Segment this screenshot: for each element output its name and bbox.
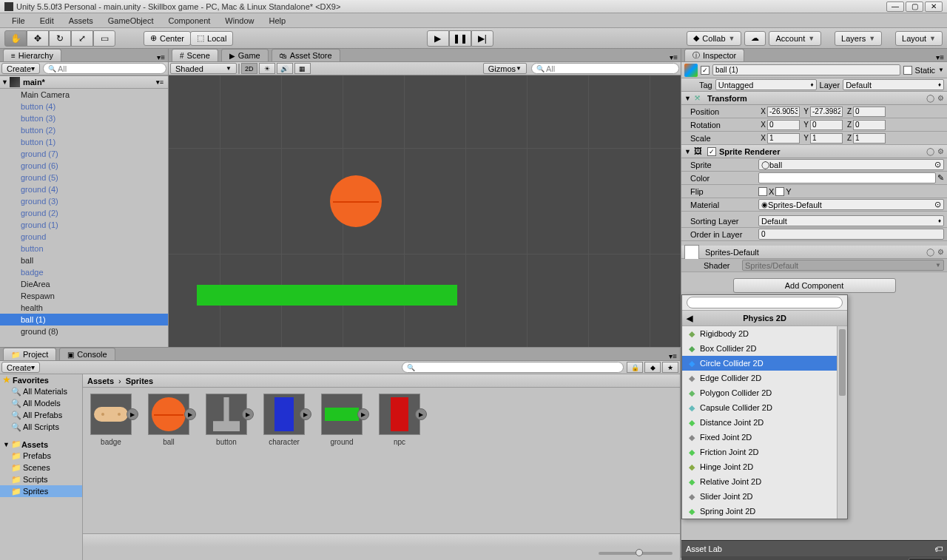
component-menu-item[interactable]: ◆Polygon Collider 2D <box>682 385 847 400</box>
gameobject-name[interactable] <box>712 64 900 75</box>
sorting-layer-dropdown[interactable]: Default♦ <box>758 215 944 226</box>
move-tool[interactable]: ✥ <box>27 30 49 47</box>
layer-dropdown[interactable]: Default♦ <box>843 79 944 90</box>
breadcrumb-assets[interactable]: Assets <box>87 377 114 385</box>
project-search[interactable] <box>402 362 624 373</box>
hierarchy-item[interactable]: badge <box>0 266 168 278</box>
hierarchy-item[interactable]: Main Camera <box>0 89 168 101</box>
search-filter-1[interactable]: 🔒 <box>627 362 643 373</box>
hierarchy-item[interactable]: ball (1) <box>0 314 168 325</box>
layout-dropdown[interactable]: Layout ▼ <box>895 31 943 46</box>
add-component-button[interactable]: Add Component <box>733 278 896 293</box>
favorite-item[interactable]: 🔍All Scripts <box>0 421 82 433</box>
hierarchy-item[interactable]: button (3) <box>0 112 168 124</box>
tab-game[interactable]: ▶Game <box>221 49 269 61</box>
order-field[interactable] <box>758 229 944 240</box>
component-menu-item[interactable]: ◆Circle Collider 2D <box>682 356 847 371</box>
tab-project[interactable]: 📁Project <box>3 348 56 360</box>
hierarchy-item[interactable]: ground (8) <box>0 325 168 337</box>
menu-help[interactable]: Help <box>261 16 293 25</box>
hierarchy-item[interactable]: health <box>0 302 168 314</box>
shader-dropdown[interactable]: Sprites/Default▼ <box>742 260 944 271</box>
hierarchy-options[interactable]: ▾≡ <box>157 53 165 61</box>
hierarchy-create[interactable]: Create ▾ <box>1 63 40 74</box>
menu-gameobject[interactable]: GameObject <box>101 16 161 25</box>
thumbnail-size-slider[interactable] <box>599 552 673 555</box>
breadcrumb-sprites[interactable]: Sprites <box>126 377 153 385</box>
hierarchy-item[interactable]: ground (2) <box>0 207 168 219</box>
hierarchy-item[interactable]: ground (6) <box>0 160 168 172</box>
scene-search[interactable]: All <box>531 63 679 74</box>
component-menu-item[interactable]: ◆Box Collider 2D <box>682 341 847 356</box>
transform-settings[interactable]: ⚙ <box>937 94 944 102</box>
transform-fold[interactable]: ▼ <box>684 95 691 102</box>
ball-sprite[interactable] <box>330 175 382 227</box>
space-toggle[interactable]: ⬚ Local <box>190 31 233 46</box>
component-menu-item[interactable]: ◆Spring Joint 2D <box>682 504 847 519</box>
gizmos-dropdown[interactable]: Gizmos ▼ <box>483 63 527 74</box>
layers-dropdown[interactable]: Layers ▼ <box>835 31 882 46</box>
dropdown-back[interactable]: ◀ <box>687 314 692 323</box>
pos-x[interactable] <box>767 107 800 117</box>
hierarchy-search[interactable]: All <box>43 63 166 74</box>
component-menu-item[interactable]: ◆Rigidbody 2D <box>682 326 847 341</box>
minimize-button[interactable]: — <box>886 1 904 12</box>
scene-header[interactable]: ▼ main* ▾≡ <box>0 75 168 89</box>
menu-assets[interactable]: Assets <box>61 16 101 25</box>
hierarchy-item[interactable]: ground (3) <box>0 195 168 207</box>
component-menu-item[interactable]: ◆Fixed Joint 2D <box>682 430 847 445</box>
scale-z[interactable] <box>853 133 886 144</box>
lighting-toggle[interactable]: ☀ <box>259 63 275 74</box>
hand-tool[interactable]: ✋ <box>4 30 27 47</box>
eyedropper-icon[interactable]: ✎ <box>937 173 944 183</box>
sprite-renderer-enabled[interactable]: ✓ <box>707 147 716 156</box>
tab-console[interactable]: ▣Console <box>59 348 115 360</box>
favorite-item[interactable]: 🔍All Materials <box>0 385 82 397</box>
component-search[interactable] <box>687 297 843 308</box>
asset-item[interactable]: ▶ground <box>320 394 364 527</box>
step-button[interactable]: ▶| <box>471 30 493 47</box>
sprite-field[interactable]: ◯ ball⊙ <box>758 159 944 170</box>
2d-toggle[interactable]: 2D <box>241 63 257 74</box>
menu-file[interactable]: File <box>4 16 33 25</box>
inspector-options[interactable]: ▾≡ <box>936 53 944 61</box>
collab-dropdown[interactable]: ◆ Collab ▼ <box>687 31 741 46</box>
flip-y-checkbox[interactable] <box>775 187 784 196</box>
hierarchy-item[interactable]: button <box>0 243 168 254</box>
rotate-tool[interactable]: ↻ <box>49 30 71 47</box>
color-swatch[interactable] <box>758 172 936 183</box>
menu-component[interactable]: Component <box>161 16 218 25</box>
asset-item[interactable]: ▶badge <box>89 394 133 527</box>
scale-y[interactable] <box>810 133 843 144</box>
pause-button[interactable]: ❚❚ <box>449 30 471 47</box>
material-settings[interactable]: ⚙ <box>937 248 944 256</box>
menu-edit[interactable]: Edit <box>33 16 61 25</box>
transform-help[interactable]: ◯ <box>926 94 934 102</box>
save-filter[interactable]: ★ <box>662 362 678 373</box>
folder-item[interactable]: 📁Prefabs <box>0 450 82 462</box>
hierarchy-item[interactable]: ground (1) <box>0 219 168 231</box>
material-field[interactable]: ◉ Sprites-Default⊙ <box>758 199 944 210</box>
asset-item[interactable]: ▶npc <box>377 394 422 527</box>
close-button[interactable]: ✕ <box>925 1 943 12</box>
rot-x[interactable] <box>767 120 800 130</box>
scale-x[interactable] <box>767 133 800 144</box>
flip-x-checkbox[interactable] <box>758 187 767 196</box>
ground-sprite[interactable] <box>197 285 457 306</box>
asset-labels-icon[interactable]: 🏷 <box>934 544 943 553</box>
draw-mode-dropdown[interactable]: Shaded ▼ <box>170 63 237 74</box>
cloud-button[interactable]: ☁ <box>744 31 766 46</box>
component-menu-item[interactable]: ◆Edge Collider 2D <box>682 371 847 385</box>
hierarchy-item[interactable]: ground (5) <box>0 172 168 183</box>
maximize-button[interactable]: ▢ <box>906 1 923 12</box>
search-filter-2[interactable]: ◆ <box>644 362 661 373</box>
component-menu-item[interactable]: ◆Hinge Joint 2D <box>682 459 847 474</box>
static-dropdown[interactable]: ▼ <box>938 67 944 73</box>
folder-item[interactable]: 📁Scripts <box>0 473 82 485</box>
favorite-item[interactable]: 🔍All Prefabs <box>0 409 82 421</box>
project-create[interactable]: Create ▾ <box>1 362 40 373</box>
dropdown-scrollbar[interactable] <box>837 326 847 519</box>
pivot-toggle[interactable]: ⊕ Center <box>144 31 191 46</box>
component-menu-item[interactable]: ◆Capsule Collider 2D <box>682 400 847 415</box>
hierarchy-item[interactable]: ground (4) <box>0 183 168 195</box>
